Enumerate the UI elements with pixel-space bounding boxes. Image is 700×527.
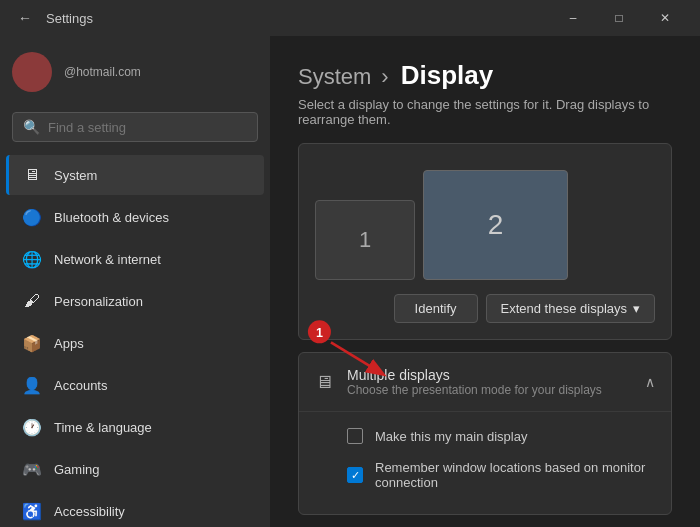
bluetooth-icon: 🔵 (22, 207, 42, 227)
remember-checkbox[interactable]: ✓ (347, 467, 363, 483)
breadcrumb-separator: › (381, 64, 394, 89)
breadcrumb-parent: System (298, 64, 371, 89)
profile-email: @hotmail.com (64, 65, 141, 79)
section-title: Multiple displays (347, 367, 602, 383)
section-header[interactable]: 🖥 Multiple displays Choose the presentat… (299, 353, 671, 411)
make-main-label: Make this my main display (375, 429, 527, 444)
sidebar-item-system[interactable]: 🖥 System (6, 155, 264, 195)
profile-section: @hotmail.com (0, 36, 270, 108)
sidebar-item-accounts[interactable]: 👤 Accounts (6, 365, 264, 405)
display-icon: 🖥 (315, 372, 333, 393)
page-subtitle: Select a display to change the settings … (298, 97, 672, 127)
accounts-icon: 👤 (22, 375, 42, 395)
monitor-2[interactable]: 2 (423, 170, 568, 280)
titlebar: ← Settings – □ ✕ (0, 0, 700, 36)
sidebar-label-personalization: Personalization (54, 294, 143, 309)
extend-label: Extend these displays (501, 301, 627, 316)
identify-button[interactable]: Identify (394, 294, 478, 323)
sidebar-label-apps: Apps (54, 336, 84, 351)
sidebar-label-system: System (54, 168, 97, 183)
remember-label: Remember window locations based on monit… (375, 460, 655, 490)
search-box[interactable]: 🔍 (12, 112, 258, 142)
main-content: System › Display Select a display to cha… (270, 36, 700, 527)
sidebar-label-bluetooth: Bluetooth & devices (54, 210, 169, 225)
time-icon: 🕐 (22, 417, 42, 437)
section-body: Make this my main display ✓ Remember win… (299, 411, 671, 514)
page-title: Display (401, 60, 494, 90)
make-main-row: Make this my main display (347, 420, 655, 452)
sidebar-label-network: Network & internet (54, 252, 161, 267)
personalization-icon: 🖌 (22, 291, 42, 311)
sidebar-item-network[interactable]: 🌐 Network & internet (6, 239, 264, 279)
remember-row: ✓ Remember window locations based on mon… (347, 452, 655, 498)
app-title: Settings (46, 11, 93, 26)
minimize-button[interactable]: – (550, 0, 596, 36)
multiple-displays-card: 🖥 Multiple displays Choose the presentat… (298, 352, 672, 515)
breadcrumb: System › Display (298, 60, 672, 91)
back-button[interactable]: ← (12, 8, 38, 28)
display-preview-card: 1 2 Identify Extend these displays ▾ (298, 143, 672, 340)
maximize-button[interactable]: □ (596, 0, 642, 36)
sidebar-label-time: Time & language (54, 420, 152, 435)
close-button[interactable]: ✕ (642, 0, 688, 36)
monitor-1-label: 1 (359, 227, 371, 253)
section-chevron-up-icon: ∧ (645, 374, 655, 390)
monitor-1[interactable]: 1 (315, 200, 415, 280)
sidebar-item-personalization[interactable]: 🖌 Personalization (6, 281, 264, 321)
avatar (12, 52, 52, 92)
sidebar-label-gaming: Gaming (54, 462, 100, 477)
sidebar-item-apps[interactable]: 📦 Apps (6, 323, 264, 363)
extend-displays-button[interactable]: Extend these displays ▾ (486, 294, 655, 323)
sidebar-item-bluetooth[interactable]: 🔵 Bluetooth & devices (6, 197, 264, 237)
search-icon: 🔍 (23, 119, 40, 135)
sidebar-label-accounts: Accounts (54, 378, 107, 393)
system-icon: 🖥 (22, 165, 42, 185)
accessibility-icon: ♿ (22, 501, 42, 521)
sidebar: @hotmail.com 🔍 🖥 System 🔵 Bluetooth & de… (0, 36, 270, 527)
search-input[interactable] (48, 120, 247, 135)
make-main-checkbox[interactable] (347, 428, 363, 444)
network-icon: 🌐 (22, 249, 42, 269)
monitor-layout: 1 2 (315, 160, 655, 280)
apps-icon: 📦 (22, 333, 42, 353)
section-subtitle: Choose the presentation mode for your di… (347, 383, 602, 397)
sidebar-label-accessibility: Accessibility (54, 504, 125, 519)
display-actions: Identify Extend these displays ▾ (315, 294, 655, 323)
monitor-2-label: 2 (488, 209, 504, 241)
chevron-down-icon: ▾ (633, 301, 640, 316)
gaming-icon: 🎮 (22, 459, 42, 479)
sidebar-item-time[interactable]: 🕐 Time & language (6, 407, 264, 447)
sidebar-item-gaming[interactable]: 🎮 Gaming (6, 449, 264, 489)
sidebar-item-accessibility[interactable]: ♿ Accessibility (6, 491, 264, 527)
